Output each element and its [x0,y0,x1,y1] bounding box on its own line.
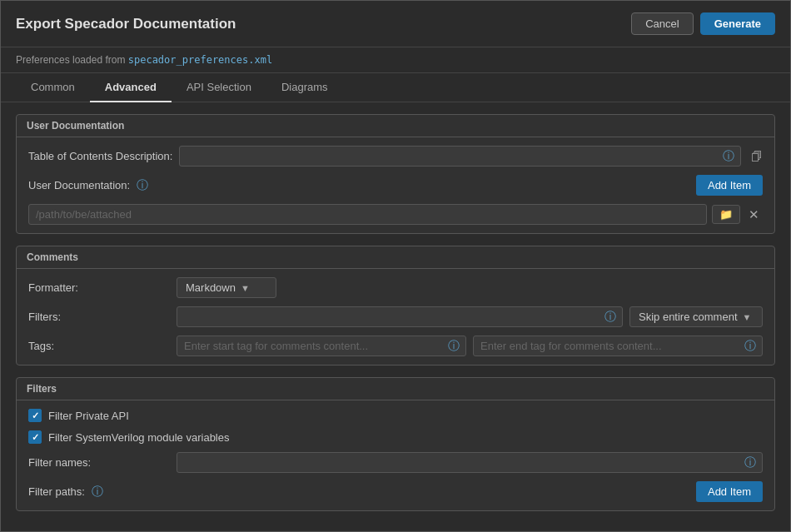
comments-title: Comments [17,246,774,269]
generate-button[interactable]: Generate [700,12,775,35]
end-tag-wrapper: ⓘ [473,336,763,356]
toc-file-icon[interactable]: 🗍 [751,150,763,163]
formatter-label: Formatter: [28,281,170,294]
tab-common[interactable]: Common [16,73,90,102]
filter-sv-row: ✓ Filter SystemVerilog module variables [28,430,763,444]
filter-names-row: Filter names: ⓘ [28,452,763,473]
filters-row: Filters: ⓘ Skip entire comment ▼ [28,306,763,327]
filters-info-icon: ⓘ [604,310,616,325]
tab-advanced[interactable]: Advanced [90,73,172,102]
filter-sv-checkbox[interactable]: ✓ [28,430,42,444]
export-dialog: Export Specador Documentation Cancel Gen… [0,0,791,532]
path-row: 📁 ✕ [28,204,763,225]
user-docs-section: User Documentation Table of Contents Des… [16,114,775,234]
filter-sv-label: Filter SystemVerilog module variables [48,431,229,444]
toc-row: Table of Contents Description: ⓘ 🗍 [28,146,763,167]
filters-section-body: ✓ Filter Private API ✓ Filter SystemVeri… [17,400,774,510]
filter-sv-check-icon: ✓ [32,432,39,443]
pref-file: specador_preferences.xml [128,54,272,66]
toc-input-wrapper: ⓘ [179,146,741,167]
filter-paths-add-item-button[interactable]: Add Item [696,481,763,502]
formatter-select[interactable]: Markdown ▼ [177,277,276,298]
user-docs-title: User Documentation [17,115,774,137]
user-docs-row: User Documentation: ⓘ Add Item [28,175,763,196]
main-content: User Documentation Table of Contents Des… [1,102,790,531]
end-tag-input[interactable] [473,336,763,356]
filters-section-title: Filters [17,378,774,400]
start-tag-info-icon: ⓘ [448,339,460,354]
formatter-row: Formatter: Markdown ▼ [28,277,763,298]
skip-label: Skip entire comment [639,311,738,323]
filters-input[interactable] [177,306,623,327]
filters-label: Filters: [28,311,170,323]
tab-diagrams[interactable]: Diagrams [266,73,343,102]
dialog-title: Export Specador Documentation [16,16,236,32]
preferences-bar: Preferences loaded from specador_prefere… [1,47,790,73]
filter-paths-row: Filter paths: ⓘ Add Item [28,481,763,502]
cancel-button[interactable]: Cancel [631,12,693,35]
filter-private-checkbox[interactable]: ✓ [28,409,42,422]
user-docs-add-item-button[interactable]: Add Item [696,175,763,196]
filter-names-info-icon: ⓘ [744,455,756,470]
comments-section: Comments Formatter: Markdown ▼ Filters: … [16,246,775,365]
tags-label: Tags: [28,340,170,352]
skip-arrow-icon: ▼ [743,312,752,322]
filter-private-label: Filter Private API [48,410,129,422]
formatter-arrow-icon: ▼ [241,283,250,293]
filters-section: Filters ✓ Filter Private API ✓ Filter Sy… [16,377,775,511]
comments-body: Formatter: Markdown ▼ Filters: ⓘ Skip en… [17,269,774,365]
skip-select[interactable]: Skip entire comment ▼ [629,306,763,327]
tab-api-selection[interactable]: API Selection [172,73,266,102]
folder-button[interactable]: 📁 [712,205,740,224]
user-docs-info-icon: ⓘ [137,178,148,193]
toc-input[interactable] [179,146,741,167]
filter-private-check-icon: ✓ [32,410,39,421]
start-tag-wrapper: ⓘ [177,336,466,356]
filter-names-input-wrapper: ⓘ [177,452,763,473]
start-tag-input[interactable] [177,336,466,356]
filter-paths-label: Filter paths: [28,485,85,498]
filter-names-input[interactable] [177,452,763,473]
end-tag-info-icon: ⓘ [744,339,756,354]
pref-text: Preferences loaded from [16,54,125,66]
toc-label: Table of Contents Description: [28,150,172,162]
dialog-header: Export Specador Documentation Cancel Gen… [1,1,790,47]
filter-names-label: Filter names: [28,456,170,469]
user-docs-body: Table of Contents Description: ⓘ 🗍 User … [17,137,774,233]
user-docs-label: User Documentation: [28,179,130,191]
path-input[interactable] [28,204,707,225]
formatter-value: Markdown [186,281,236,294]
header-buttons: Cancel Generate [631,12,775,35]
filter-private-row: ✓ Filter Private API [28,409,763,422]
filter-paths-info-icon: ⓘ [92,485,103,500]
toc-info-icon: ⓘ [723,149,734,164]
tabs-bar: Common Advanced API Selection Diagrams [1,73,790,102]
filters-input-wrapper: ⓘ [177,306,623,327]
tags-row: Tags: ⓘ ⓘ [28,336,763,356]
path-close-button[interactable]: ✕ [745,207,763,222]
